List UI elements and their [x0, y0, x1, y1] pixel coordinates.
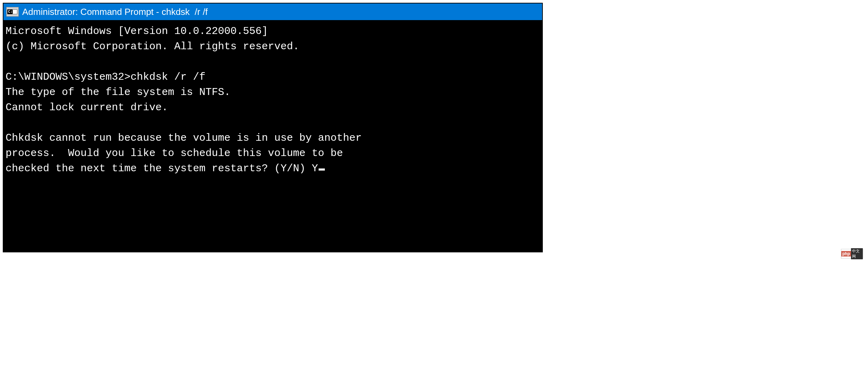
- window-title: Administrator: Command Prompt - chkdsk /…: [22, 7, 208, 17]
- app-icon: C:\: [6, 7, 19, 17]
- terminal-blank-line: [6, 54, 540, 69]
- terminal-body[interactable]: Microsoft Windows [Version 10.0.22000.55…: [3, 20, 542, 252]
- terminal-line: The type of the file system is NTFS.: [6, 85, 540, 100]
- terminal-line: Microsoft Windows [Version 10.0.22000.55…: [6, 24, 540, 39]
- watermark-badge: php 中文网: [841, 249, 863, 259]
- terminal-prompt-line: C:\WINDOWS\system32>chkdsk /r /f: [6, 69, 540, 85]
- terminal-line: process. Would you like to schedule this…: [6, 146, 540, 161]
- terminal-line: Cannot lock current drive.: [6, 100, 540, 115]
- watermark-left: php: [841, 251, 851, 257]
- terminal-line: Chkdsk cannot run because the volume is …: [6, 130, 540, 146]
- terminal-line: (c) Microsoft Corporation. All rights re…: [6, 39, 540, 54]
- command-prompt-window: C:\ Administrator: Command Prompt - chkd…: [3, 3, 543, 252]
- cursor: [319, 168, 325, 171]
- terminal-text: checked the next time the system restart…: [6, 163, 318, 174]
- terminal-prompt: C:\WINDOWS\system32>: [6, 71, 130, 83]
- watermark-right: 中文网: [851, 248, 863, 259]
- title-bar[interactable]: C:\ Administrator: Command Prompt - chkd…: [3, 3, 542, 20]
- terminal-input-line: checked the next time the system restart…: [6, 161, 540, 176]
- terminal-command: chkdsk /r /f: [130, 71, 205, 83]
- watermark-inner: php 中文网: [841, 248, 863, 259]
- terminal-blank-line: [6, 115, 540, 130]
- app-icon-label: C:\: [7, 9, 16, 14]
